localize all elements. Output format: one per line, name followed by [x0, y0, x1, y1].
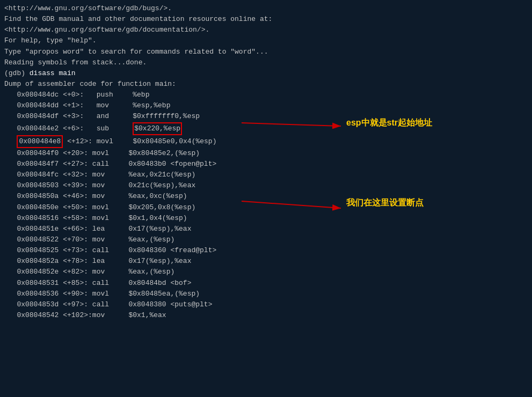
sub-operand-box: $0x220,%esp [133, 122, 182, 135]
asm-line-19: 0x0804853d <+97>: call 0x8048380 <puts@p… [4, 299, 528, 310]
asm-line-0: 0x080484dc <+0>: push %ebp [4, 90, 528, 100]
header-line-8: Dump of assembler code for function main… [4, 79, 528, 90]
asm-line-3: 0x080484e2 <+6>: sub $0x220,%esp [4, 122, 528, 135]
asm-line-1: 0x080484dd <+1>: mov %esp,%ebp [4, 100, 528, 111]
asm-line-13: 0x08048522 <+70>: mov %eax,(%esp) [4, 234, 528, 245]
asm-line-8: 0x08048503 <+39>: mov 0x21c(%esp),%eax [4, 180, 528, 191]
asm-line-10: 0x0804850e <+50>: movl $0x205,0x8(%esp) [4, 202, 528, 213]
asm-line-2: 0x080484df <+3>: and $0xfffffff0,%esp [4, 111, 528, 122]
asm-line-16: 0x0804852e <+82>: mov %eax,(%esp) [4, 267, 528, 277]
asm-line-6: 0x080484f7 <+27>: call 0x80483b0 <fopen@… [4, 159, 528, 170]
header-line-5: Type "apropos word" to search for comman… [4, 47, 528, 57]
header-line-2: Find the GDB manual and other documentat… [4, 14, 528, 25]
header-line-6: Reading symbols from stack...done. [4, 57, 528, 68]
asm-line-11: 0x08048516 <+58>: movl $0x1,0x4(%esp) [4, 213, 528, 224]
asm-line-15: 0x0804852a <+78>: lea 0x17(%esp),%eax [4, 256, 528, 267]
header-line-4: For help, type "help". [4, 35, 528, 46]
asm-line-4: 0x080484e8 <+12>: movl $0x80485e0,0x4(%e… [4, 135, 528, 148]
asm-line-7: 0x080484fc <+32>: mov %eax,0x21c(%esp) [4, 170, 528, 180]
header-line-1: <http://www.gnu.org/software/gdb/bugs/>. [4, 3, 528, 14]
asm-line-12: 0x0804851e <+66>: lea 0x17(%esp),%eax [4, 224, 528, 234]
asm-line-20: 0x08048542 <+102>:mov $0x1,%eax [4, 310, 528, 321]
header-line-3: <http://www.gnu.org/software/gdb/documen… [4, 25, 528, 35]
asm-line-17: 0x08048531 <+85>: call 0x80484bd <bof> [4, 278, 528, 289]
addr-box: 0x080484e8 [17, 135, 63, 148]
asm-line-18: 0x08048536 <+90>: movl $0x80485ea,(%esp) [4, 289, 528, 299]
header-line-7: (gdb) disass main [4, 68, 528, 79]
asm-line-14: 0x08048525 <+73>: call 0x8048360 <fread@… [4, 245, 528, 256]
asm-line-5: 0x080484f0 <+20>: movl $0x80485e2,(%esp) [4, 148, 528, 159]
asm-line-9: 0x0804850a <+46>: mov %eax,0xc(%esp) [4, 191, 528, 202]
terminal: <http://www.gnu.org/software/gdb/bugs/>.… [0, 0, 532, 397]
annotation-1: esp中就是str起始地址 [346, 117, 432, 129]
annotation-2: 我们在这里设置断点 [346, 197, 424, 209]
